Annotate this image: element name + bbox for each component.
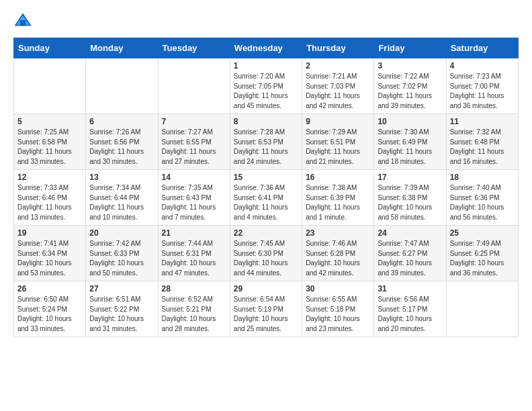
day-info: Sunrise: 7:39 AM Sunset: 6:38 PM Dayligh… bbox=[378, 183, 442, 222]
calendar-header: SundayMondayTuesdayWednesdayThursdayFrid… bbox=[14, 38, 519, 58]
calendar-cell: 25Sunrise: 7:49 AM Sunset: 6:25 PM Dayli… bbox=[446, 226, 518, 281]
day-number: 22 bbox=[234, 228, 298, 238]
day-number: 15 bbox=[234, 173, 298, 182]
calendar-cell: 24Sunrise: 7:47 AM Sunset: 6:27 PM Dayli… bbox=[374, 226, 446, 281]
day-number: 20 bbox=[89, 228, 154, 238]
day-number: 11 bbox=[450, 117, 515, 126]
calendar-cell: 31Sunrise: 6:56 AM Sunset: 5:17 PM Dayli… bbox=[374, 281, 446, 337]
day-number: 5 bbox=[17, 117, 82, 126]
day-info: Sunrise: 7:27 AM Sunset: 6:55 PM Dayligh… bbox=[162, 128, 226, 167]
day-number: 31 bbox=[378, 284, 442, 293]
calendar-cell: 8Sunrise: 7:28 AM Sunset: 6:53 PM Daylig… bbox=[230, 114, 302, 170]
calendar-cell: 21Sunrise: 7:44 AM Sunset: 6:31 PM Dayli… bbox=[158, 226, 230, 281]
day-number: 6 bbox=[89, 117, 154, 126]
calendar-cell: 18Sunrise: 7:40 AM Sunset: 6:36 PM Dayli… bbox=[446, 170, 518, 226]
day-info: Sunrise: 7:41 AM Sunset: 6:34 PM Dayligh… bbox=[17, 239, 82, 278]
day-number: 2 bbox=[306, 61, 370, 71]
calendar-cell: 7Sunrise: 7:27 AM Sunset: 6:55 PM Daylig… bbox=[158, 114, 230, 170]
day-header-saturday: Saturday bbox=[446, 38, 518, 58]
day-number: 4 bbox=[450, 61, 515, 71]
calendar-cell: 6Sunrise: 7:26 AM Sunset: 6:56 PM Daylig… bbox=[86, 114, 158, 170]
day-info: Sunrise: 6:50 AM Sunset: 5:24 PM Dayligh… bbox=[17, 295, 82, 334]
calendar-cell: 16Sunrise: 7:38 AM Sunset: 6:39 PM Dayli… bbox=[302, 170, 374, 226]
day-number: 30 bbox=[306, 284, 370, 293]
calendar-cell: 14Sunrise: 7:35 AM Sunset: 6:43 PM Dayli… bbox=[158, 170, 230, 226]
day-info: Sunrise: 7:26 AM Sunset: 6:56 PM Dayligh… bbox=[89, 128, 154, 167]
calendar-cell bbox=[86, 58, 158, 114]
day-info: Sunrise: 7:28 AM Sunset: 6:53 PM Dayligh… bbox=[234, 128, 298, 167]
day-info: Sunrise: 7:36 AM Sunset: 6:41 PM Dayligh… bbox=[234, 183, 298, 222]
day-number: 3 bbox=[378, 61, 442, 71]
day-info: Sunrise: 7:34 AM Sunset: 6:44 PM Dayligh… bbox=[89, 183, 154, 222]
day-info: Sunrise: 6:56 AM Sunset: 5:17 PM Dayligh… bbox=[378, 295, 442, 334]
day-number: 14 bbox=[162, 173, 226, 182]
day-number: 9 bbox=[306, 117, 370, 126]
day-info: Sunrise: 7:46 AM Sunset: 6:28 PM Dayligh… bbox=[306, 239, 370, 278]
calendar-cell: 11Sunrise: 7:32 AM Sunset: 6:48 PM Dayli… bbox=[446, 114, 518, 170]
day-info: Sunrise: 7:45 AM Sunset: 6:30 PM Dayligh… bbox=[234, 239, 298, 278]
day-info: Sunrise: 7:32 AM Sunset: 6:48 PM Dayligh… bbox=[450, 128, 515, 167]
day-info: Sunrise: 7:44 AM Sunset: 6:31 PM Dayligh… bbox=[162, 239, 226, 278]
day-number: 7 bbox=[162, 117, 226, 126]
calendar-cell: 1Sunrise: 7:20 AM Sunset: 7:05 PM Daylig… bbox=[230, 58, 302, 114]
calendar-cell: 23Sunrise: 7:46 AM Sunset: 6:28 PM Dayli… bbox=[302, 226, 374, 281]
calendar-cell: 29Sunrise: 6:54 AM Sunset: 5:19 PM Dayli… bbox=[230, 281, 302, 337]
calendar-cell: 15Sunrise: 7:36 AM Sunset: 6:41 PM Dayli… bbox=[230, 170, 302, 226]
calendar-cell: 13Sunrise: 7:34 AM Sunset: 6:44 PM Dayli… bbox=[86, 170, 158, 226]
calendar-body: 1Sunrise: 7:20 AM Sunset: 7:05 PM Daylig… bbox=[14, 58, 519, 337]
day-info: Sunrise: 7:22 AM Sunset: 7:02 PM Dayligh… bbox=[378, 72, 442, 111]
week-row-5: 26Sunrise: 6:50 AM Sunset: 5:24 PM Dayli… bbox=[14, 281, 519, 337]
day-header-thursday: Thursday bbox=[302, 38, 374, 58]
day-info: Sunrise: 6:55 AM Sunset: 5:18 PM Dayligh… bbox=[306, 295, 370, 334]
day-number: 1 bbox=[234, 61, 298, 71]
day-info: Sunrise: 7:47 AM Sunset: 6:27 PM Dayligh… bbox=[378, 239, 442, 278]
day-number: 27 bbox=[89, 284, 154, 293]
calendar-cell: 10Sunrise: 7:30 AM Sunset: 6:49 PM Dayli… bbox=[374, 114, 446, 170]
logo-icon bbox=[13, 11, 32, 30]
day-number: 8 bbox=[234, 117, 298, 126]
day-info: Sunrise: 7:42 AM Sunset: 6:33 PM Dayligh… bbox=[89, 239, 154, 278]
calendar-cell: 19Sunrise: 7:41 AM Sunset: 6:34 PM Dayli… bbox=[14, 226, 86, 281]
calendar-cell: 28Sunrise: 6:52 AM Sunset: 5:21 PM Dayli… bbox=[158, 281, 230, 337]
day-info: Sunrise: 7:38 AM Sunset: 6:39 PM Dayligh… bbox=[306, 183, 370, 222]
day-header-tuesday: Tuesday bbox=[158, 38, 230, 58]
day-info: Sunrise: 7:25 AM Sunset: 6:58 PM Dayligh… bbox=[17, 128, 82, 167]
day-info: Sunrise: 7:49 AM Sunset: 6:25 PM Dayligh… bbox=[450, 239, 515, 278]
day-number: 23 bbox=[306, 228, 370, 238]
calendar-cell bbox=[158, 58, 230, 114]
day-info: Sunrise: 7:35 AM Sunset: 6:43 PM Dayligh… bbox=[162, 183, 226, 222]
logo bbox=[13, 11, 34, 30]
calendar-cell: 27Sunrise: 6:51 AM Sunset: 5:22 PM Dayli… bbox=[86, 281, 158, 337]
day-info: Sunrise: 7:20 AM Sunset: 7:05 PM Dayligh… bbox=[234, 72, 298, 111]
calendar-cell: 3Sunrise: 7:22 AM Sunset: 7:02 PM Daylig… bbox=[374, 58, 446, 114]
day-info: Sunrise: 7:30 AM Sunset: 6:49 PM Dayligh… bbox=[378, 128, 442, 167]
calendar-cell bbox=[446, 281, 518, 337]
calendar-cell: 12Sunrise: 7:33 AM Sunset: 6:46 PM Dayli… bbox=[14, 170, 86, 226]
day-info: Sunrise: 6:54 AM Sunset: 5:19 PM Dayligh… bbox=[234, 295, 298, 334]
calendar-cell: 17Sunrise: 7:39 AM Sunset: 6:38 PM Dayli… bbox=[374, 170, 446, 226]
calendar-cell: 5Sunrise: 7:25 AM Sunset: 6:58 PM Daylig… bbox=[14, 114, 86, 170]
day-info: Sunrise: 6:51 AM Sunset: 5:22 PM Dayligh… bbox=[89, 295, 154, 334]
calendar-cell: 4Sunrise: 7:23 AM Sunset: 7:00 PM Daylig… bbox=[446, 58, 518, 114]
header bbox=[13, 11, 519, 30]
day-number: 18 bbox=[450, 173, 515, 182]
day-header-friday: Friday bbox=[374, 38, 446, 58]
day-number: 10 bbox=[378, 117, 442, 126]
calendar-cell: 20Sunrise: 7:42 AM Sunset: 6:33 PM Dayli… bbox=[86, 226, 158, 281]
calendar-cell: 22Sunrise: 7:45 AM Sunset: 6:30 PM Dayli… bbox=[230, 226, 302, 281]
page: SundayMondayTuesdayWednesdayThursdayFrid… bbox=[0, 0, 532, 411]
week-row-2: 5Sunrise: 7:25 AM Sunset: 6:58 PM Daylig… bbox=[14, 114, 519, 170]
day-number: 24 bbox=[378, 228, 442, 238]
calendar-cell: 26Sunrise: 6:50 AM Sunset: 5:24 PM Dayli… bbox=[14, 281, 86, 337]
day-info: Sunrise: 6:52 AM Sunset: 5:21 PM Dayligh… bbox=[162, 295, 226, 334]
day-header-wednesday: Wednesday bbox=[230, 38, 302, 58]
svg-rect-2 bbox=[20, 20, 26, 26]
calendar-cell: 30Sunrise: 6:55 AM Sunset: 5:18 PM Dayli… bbox=[302, 281, 374, 337]
week-row-3: 12Sunrise: 7:33 AM Sunset: 6:46 PM Dayli… bbox=[14, 170, 519, 226]
calendar-cell bbox=[14, 58, 86, 114]
day-number: 21 bbox=[162, 228, 226, 238]
calendar-cell: 2Sunrise: 7:21 AM Sunset: 7:03 PM Daylig… bbox=[302, 58, 374, 114]
day-info: Sunrise: 7:40 AM Sunset: 6:36 PM Dayligh… bbox=[450, 183, 515, 222]
week-row-4: 19Sunrise: 7:41 AM Sunset: 6:34 PM Dayli… bbox=[14, 226, 519, 281]
day-info: Sunrise: 7:29 AM Sunset: 6:51 PM Dayligh… bbox=[306, 128, 370, 167]
